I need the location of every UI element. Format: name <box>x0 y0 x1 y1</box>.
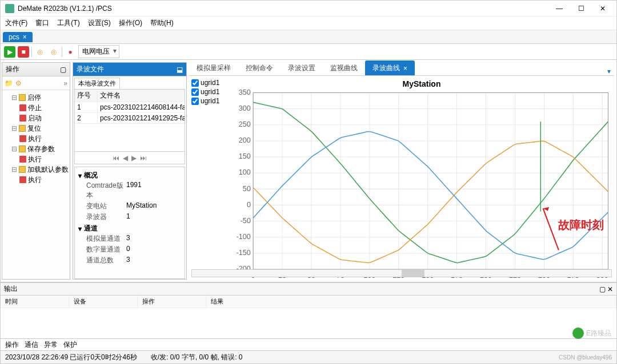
document-tab-bar: pcs × <box>1 30 616 44</box>
menu-setting[interactable]: 设置(S) <box>88 18 111 28</box>
btab-operation[interactable]: 操作 <box>5 340 19 350</box>
tree-leaf[interactable]: 执行 <box>19 175 69 185</box>
pager-prev-icon[interactable]: ◀ <box>123 154 128 162</box>
tree-node[interactable]: ⊟保存参数 <box>11 144 69 154</box>
analog-label: 模拟量通道 <box>86 234 126 244</box>
timeline-slider[interactable] <box>191 269 612 277</box>
channel-item[interactable]: ugrid1 <box>191 78 229 87</box>
titlebar: DeMate R2023b (V1.2.1) /PCS — ☐ ✕ <box>1 1 616 17</box>
stop-button[interactable]: ■ <box>18 46 29 58</box>
svg-text:250: 250 <box>239 120 251 128</box>
operation-panel-header: 操作 ▢ <box>2 63 70 76</box>
file-table: 序号 文件名 1pcs-20231021214608144-faul2pcs-2… <box>74 89 185 152</box>
file-panel-title: 录波文件 <box>77 64 104 74</box>
pin-icon[interactable]: ⬓ <box>177 66 183 74</box>
toolbar: ▶ ■ ◎ ◎ ● 电网电压 <box>1 44 616 60</box>
tab-analog[interactable]: 模拟量采样 <box>189 60 238 75</box>
folder-icon[interactable]: 📁 <box>5 79 13 87</box>
svg-text:-150: -150 <box>237 249 251 257</box>
col-time: 时间 <box>1 296 69 308</box>
file-row[interactable]: 1pcs-20231021214608144-faul <box>75 102 185 113</box>
total-label: 通道总数 <box>86 256 126 265</box>
signal-combo[interactable]: 电网电压 <box>78 45 119 58</box>
comtrade-value: 1991 <box>126 181 142 200</box>
tab-record-setting[interactable]: 录波设置 <box>281 60 323 75</box>
close-button[interactable]: ✕ <box>594 3 612 14</box>
overview-section2: 通道 <box>84 224 98 233</box>
csdn-watermark: CSDN @blueday496 <box>559 354 612 361</box>
menu-file[interactable]: 文件(F) <box>5 18 27 28</box>
tree-node[interactable]: ⊟复位 <box>11 123 69 134</box>
btab-protect[interactable]: 保护 <box>63 340 77 350</box>
tab-close-icon[interactable]: × <box>403 64 407 72</box>
svg-text:200: 200 <box>239 136 251 144</box>
maximize-button[interactable]: ☐ <box>572 3 590 14</box>
btab-comm[interactable]: 通信 <box>25 340 38 350</box>
pin-icon[interactable]: ▢ <box>60 66 66 74</box>
pager-first-icon[interactable]: ⏮ <box>113 154 119 162</box>
chevron-down-icon[interactable]: ▾ <box>78 225 82 233</box>
svg-text:100: 100 <box>239 168 251 176</box>
file-row[interactable]: 2pcs-20231021214912925-faul <box>75 113 185 124</box>
channel-checkbox[interactable] <box>191 88 199 96</box>
tree-leaf[interactable]: 执行 <box>19 134 69 144</box>
chevron-icon[interactable]: » <box>63 79 67 87</box>
tab-control[interactable]: 控制命令 <box>238 60 281 75</box>
document-tab-pcs[interactable]: pcs × <box>3 32 33 42</box>
digital-label: 数字量通道 <box>86 245 126 254</box>
tree-leaf[interactable]: 停止 <box>19 103 69 113</box>
svg-text:150: 150 <box>239 152 251 160</box>
recorder-label: 录波器 <box>86 212 126 222</box>
camera-icon[interactable]: ● <box>65 46 76 58</box>
slider-thumb[interactable] <box>402 270 424 277</box>
watermark: E路臻品 <box>572 327 611 339</box>
pager[interactable]: ⏮ ◀ ▶ ⏭ <box>74 152 185 164</box>
play-button[interactable]: ▶ <box>4 46 15 58</box>
operation-toolbar: 📁 ⚙ » <box>2 76 70 90</box>
svg-line-52 <box>543 208 559 250</box>
plot-area[interactable]: MyStation -200-150-100-50050100150200250… <box>229 76 614 267</box>
tree-node[interactable]: ⊟启停 <box>11 92 69 103</box>
tab-record-curve[interactable]: 录波曲线 × <box>365 60 415 75</box>
svg-rect-50 <box>253 92 608 269</box>
tree-node[interactable]: ⊟加载默认参数 <box>11 164 69 175</box>
main-content: 操作 ▢ 📁 ⚙ » ⊟启停停止启动⊟复位执行⊟保存参数执行⊟加载默认参数执行 … <box>1 60 616 282</box>
channel-item[interactable]: ugrid1 <box>191 87 229 96</box>
tree-leaf[interactable]: 执行 <box>19 154 69 164</box>
menu-bar: 文件(F) 窗口 工具(T) 设置(S) 操作(O) 帮助(H) <box>1 17 616 30</box>
gear-icon[interactable]: ⚙ <box>15 79 22 87</box>
col-operation: 操作 <box>138 296 206 308</box>
status-bar: 2023/10/28 22:26:49 已运行0天0时2分46秒 收/发: 0/… <box>1 351 616 363</box>
file-panel-header: 录波文件 ⬓ <box>73 63 186 76</box>
window-title: DeMate R2023b (V1.2.1) /PCS <box>18 5 550 13</box>
pager-last-icon[interactable]: ⏭ <box>140 154 147 162</box>
tab-dropdown-icon[interactable]: ▾ <box>604 67 614 75</box>
pager-next-icon[interactable]: ▶ <box>131 154 137 162</box>
target1-icon[interactable]: ◎ <box>34 46 46 58</box>
svg-text:300: 300 <box>239 104 251 112</box>
chevron-down-icon[interactable]: ▾ <box>78 172 82 180</box>
target2-icon[interactable]: ◎ <box>48 46 59 58</box>
svg-text:350: 350 <box>239 88 251 96</box>
local-file-tab[interactable]: 本地录波文件 <box>74 78 120 89</box>
document-tab-close-icon[interactable]: × <box>23 33 27 41</box>
svg-text:-100: -100 <box>237 233 251 241</box>
menu-help[interactable]: 帮助(H) <box>150 18 174 28</box>
btab-exception[interactable]: 异常 <box>44 340 58 350</box>
output-pin-icon[interactable]: ▢ ✕ <box>599 285 613 293</box>
menu-window[interactable]: 窗口 <box>35 18 49 28</box>
tree-leaf[interactable]: 启动 <box>19 113 69 123</box>
channel-checkbox[interactable] <box>191 79 199 87</box>
tab-strip: 模拟量采样 控制命令 录波设置 监视曲线 录波曲线 × ▾ <box>189 62 614 76</box>
col-result: 结果 <box>206 296 616 308</box>
col-filename: 文件名 <box>98 90 185 102</box>
channel-item[interactable]: ugrid1 <box>191 96 229 106</box>
menu-operate[interactable]: 操作(O) <box>119 18 142 28</box>
output-panel: 输出 ▢ ✕ 时间 设备 操作 结果 <box>1 282 616 338</box>
app-icon <box>5 4 14 13</box>
file-panel: 录波文件 ⬓ 本地录波文件 序号 文件名 1pcs-20231021214608… <box>73 62 187 280</box>
channel-checkbox[interactable] <box>191 98 199 105</box>
menu-tool[interactable]: 工具(T) <box>57 18 79 28</box>
tab-monitor[interactable]: 监视曲线 <box>323 60 365 75</box>
minimize-button[interactable]: — <box>550 3 568 14</box>
